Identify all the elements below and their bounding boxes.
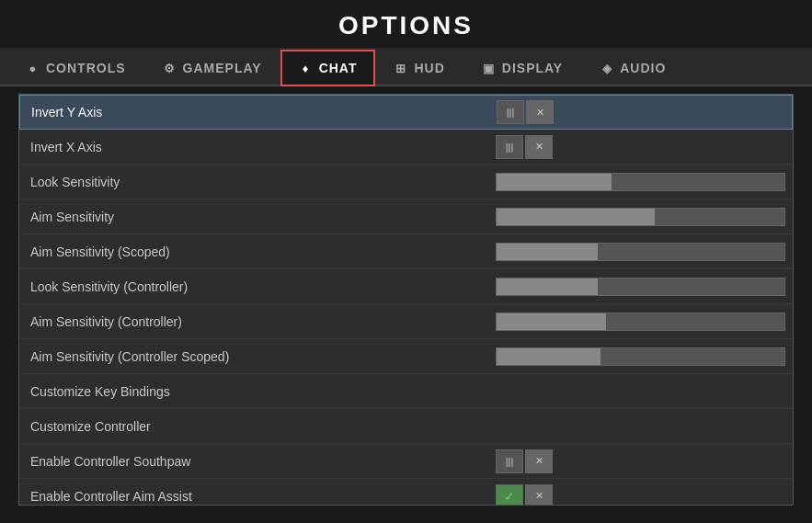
setting-control	[488, 169, 793, 195]
tab-hud[interactable]: ⊞HUD	[375, 50, 463, 86]
setting-control: |||✕	[488, 131, 793, 163]
setting-row[interactable]: Aim Sensitivity (Controller Scoped)	[19, 339, 793, 374]
tab-label-gameplay: GAMEPLAY	[183, 61, 262, 75]
setting-label: Look Sensitivity	[19, 167, 488, 197]
setting-row[interactable]: Enable Controller Southpaw|||✕	[19, 444, 793, 479]
chat-icon: ♦	[299, 61, 314, 75]
setting-label: Aim Sensitivity	[19, 202, 488, 232]
tab-label-hud: HUD	[414, 61, 444, 75]
setting-control: ✓✕	[488, 481, 793, 506]
page-container: OPTIONS ●CONTROLS⚙GAMEPLAY♦CHAT⊞HUD▣DISP…	[0, 0, 812, 513]
setting-row[interactable]: Look Sensitivity	[19, 165, 793, 199]
tab-gameplay[interactable]: ⚙GAMEPLAY	[144, 50, 280, 86]
toggle-check-btn[interactable]: ✓	[496, 484, 523, 506]
setting-label: Aim Sensitivity (Controller)	[19, 307, 488, 336]
tabs-bar: ●CONTROLS⚙GAMEPLAY♦CHAT⊞HUD▣DISPLAY◈AUDI…	[0, 48, 812, 86]
slider-container[interactable]	[496, 243, 785, 261]
setting-label: Invert X Axis	[19, 132, 488, 162]
setting-row[interactable]: Look Sensitivity (Controller)	[19, 269, 793, 304]
content-area: Invert Y Axis|||✕Invert X Axis|||✕Look S…	[0, 86, 812, 513]
slider-fill	[497, 313, 606, 330]
toggle-close-btn[interactable]: ✕	[526, 100, 554, 124]
tab-label-audio: AUDIO	[620, 61, 666, 75]
slider-fill	[497, 174, 612, 190]
setting-row[interactable]: Enable Controller Aim Assist✓✕	[19, 479, 793, 506]
setting-label: Look Sensitivity (Controller)	[19, 272, 488, 301]
tab-chat[interactable]: ♦CHAT	[280, 50, 376, 86]
tab-label-controls: CONTROLS	[46, 61, 126, 75]
audio-icon: ◈	[600, 61, 614, 75]
setting-control	[488, 388, 793, 395]
slider-container[interactable]	[496, 173, 785, 191]
setting-row[interactable]: Aim Sensitivity	[19, 199, 793, 234]
setting-label: Aim Sensitivity (Scoped)	[19, 237, 488, 267]
setting-control	[488, 423, 793, 430]
toggle-group: |||✕	[496, 449, 553, 473]
tab-display[interactable]: ▣DISPLAY	[463, 50, 581, 86]
setting-control	[488, 344, 793, 370]
controls-icon: ●	[26, 61, 40, 75]
slider-fill	[497, 209, 655, 225]
slider-fill	[497, 279, 598, 295]
slider-fill	[497, 348, 600, 365]
slider-fill	[497, 244, 598, 260]
setting-label: Invert Y Axis	[20, 97, 489, 127]
setting-control	[488, 204, 793, 230]
setting-label: Customize Controller	[19, 412, 488, 441]
tab-label-chat: CHAT	[319, 61, 358, 75]
display-icon: ▣	[482, 61, 497, 75]
toggle-group: ✓✕	[496, 484, 553, 506]
settings-table[interactable]: Invert Y Axis|||✕Invert X Axis|||✕Look S…	[18, 94, 794, 506]
slider-container[interactable]	[496, 208, 785, 226]
tab-controls[interactable]: ●CONTROLS	[7, 50, 144, 86]
toggle-off-btn[interactable]: |||	[497, 100, 524, 124]
toggle-close-btn[interactable]: ✕	[525, 135, 553, 159]
gameplay-icon: ⚙	[163, 61, 177, 75]
setting-row[interactable]: Customize Controller	[19, 409, 793, 444]
slider-container[interactable]	[496, 347, 785, 366]
setting-row[interactable]: Customize Key Bindings	[19, 374, 793, 409]
toggle-group: |||✕	[496, 135, 553, 159]
toggle-group: |||✕	[497, 100, 554, 124]
setting-control	[488, 239, 793, 265]
setting-row[interactable]: Aim Sensitivity (Controller)	[19, 304, 793, 339]
setting-control	[488, 309, 793, 335]
setting-label: Customize Key Bindings	[19, 377, 488, 406]
setting-row[interactable]: Invert X Axis|||✕	[19, 130, 793, 165]
setting-row[interactable]: Invert Y Axis|||✕	[19, 95, 793, 130]
setting-control: |||✕	[489, 97, 792, 128]
toggle-close-btn[interactable]: ✕	[525, 484, 553, 506]
setting-label: Enable Controller Southpaw	[19, 447, 488, 476]
setting-control: |||✕	[488, 446, 793, 477]
setting-label: Enable Controller Aim Assist	[19, 482, 488, 506]
tab-label-display: DISPLAY	[502, 61, 563, 75]
toggle-off-btn[interactable]: |||	[496, 449, 523, 473]
slider-container[interactable]	[496, 313, 785, 331]
setting-row[interactable]: Aim Sensitivity (Scoped)	[19, 234, 793, 269]
toggle-close-btn[interactable]: ✕	[525, 449, 553, 473]
tab-audio[interactable]: ◈AUDIO	[581, 50, 684, 86]
slider-container[interactable]	[496, 278, 785, 296]
setting-control	[488, 274, 793, 300]
page-title: OPTIONS	[0, 0, 812, 48]
toggle-off-btn[interactable]: |||	[496, 135, 523, 159]
setting-label: Aim Sensitivity (Controller Scoped)	[19, 342, 488, 371]
hud-icon: ⊞	[394, 61, 408, 75]
